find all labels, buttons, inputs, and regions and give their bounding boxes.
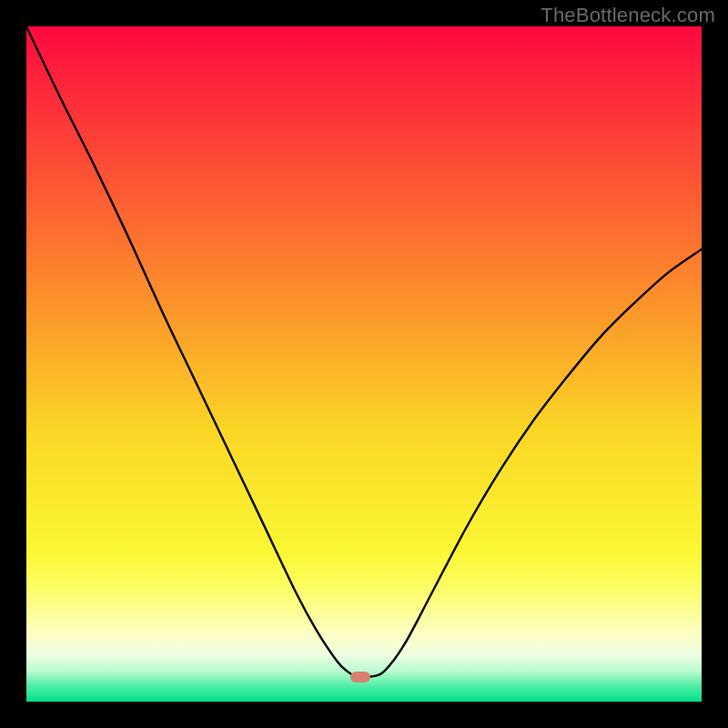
watermark-text: TheBottleneck.com bbox=[541, 4, 715, 27]
plot-svg bbox=[26, 26, 702, 702]
chart-frame: TheBottleneck.com bbox=[0, 0, 728, 728]
optimal-marker bbox=[350, 672, 370, 682]
plot-area bbox=[26, 26, 702, 702]
gradient-background bbox=[26, 26, 702, 702]
